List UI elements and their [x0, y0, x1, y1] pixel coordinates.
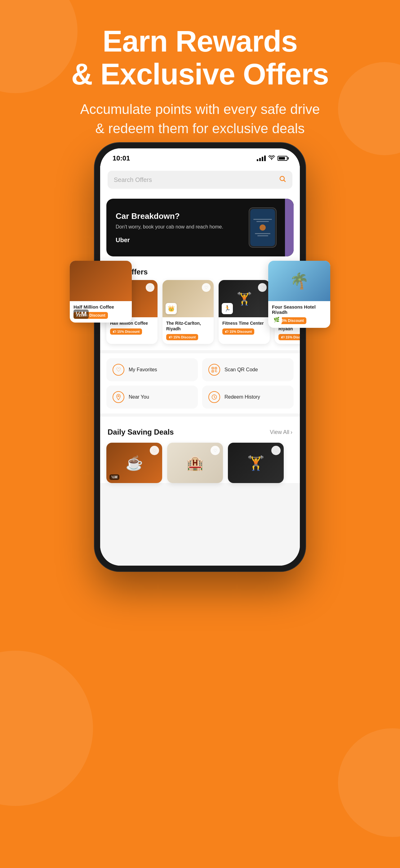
- deal-card-2-image: 🏨 ♡: [167, 443, 223, 483]
- offer-card-fitness-image: 🏋️ ♡ 🏃: [219, 280, 270, 317]
- quick-action-scan-qr[interactable]: Scan QR Code: [202, 358, 294, 381]
- offer-fitness-badge: 🏷 15% Discount: [222, 329, 254, 335]
- deal-card-3[interactable]: 🏋️ ♡: [228, 443, 284, 483]
- offer-card-ritz[interactable]: ♡ 👑 The Ritz-Carlton, Riyadh 🏷 15% Disco…: [163, 280, 214, 344]
- screen-content: Search Offers Car Breakdown?: [100, 166, 300, 566]
- offer-coffee-badge: 🏷 15% Discount: [110, 329, 142, 335]
- offer-card-fitness[interactable]: 🏋️ ♡ 🏃 Fitness Time Center 🏷 15% Discoun…: [219, 280, 270, 344]
- search-placeholder: Search Offers: [114, 176, 152, 183]
- svg-line-1: [284, 180, 285, 182]
- search-bar-container: Search Offers: [100, 166, 300, 194]
- redeem-history-icon: [208, 391, 220, 403]
- quick-action-redeem-history[interactable]: Redeem History: [202, 385, 294, 408]
- floating-card-coffee: ½M Half Million Coffee 🏷 15% Discount: [70, 261, 132, 322]
- banner-container: Car Breakdown? Don't worry, book your ca…: [100, 194, 300, 261]
- daily-deals-view-all[interactable]: View All ›: [270, 429, 292, 436]
- banner-description: Don't worry, book your cab now and reach…: [116, 223, 241, 230]
- daily-deals-header: Daily Saving Deals View All ›: [100, 422, 300, 440]
- banner-image: [241, 207, 284, 248]
- svg-rect-6: [215, 368, 216, 369]
- battery-icon: [277, 156, 288, 161]
- scan-qr-label: Scan QR Code: [225, 367, 258, 373]
- deal-3-heart[interactable]: ♡: [271, 446, 280, 455]
- phone-screen: 10:01: [100, 148, 300, 566]
- search-bar[interactable]: Search Offers: [108, 171, 292, 189]
- offer-card-ritz-image: ♡ 👑: [163, 280, 214, 317]
- scan-qr-icon: [208, 364, 220, 376]
- offer-ritz-logo: 👑: [166, 303, 177, 314]
- floating-card-coffee-name: Half Million Coffee: [73, 304, 128, 310]
- offer-fitness-logo: 🏃: [222, 303, 233, 314]
- banner-purple-accent: [285, 199, 294, 256]
- offer-coffee-heart[interactable]: ♡: [146, 283, 155, 292]
- floating-card-resort: 🌴 🌿 Four Seasons Hotel Riyadh 🏷 15% Disc…: [268, 261, 330, 328]
- offer-ritz-badge: 🏷 15% Discount: [166, 334, 198, 340]
- daily-deals-section: Daily Saving Deals View All › ☕ ♡ ½M: [100, 416, 300, 483]
- favorites-label: My Favorites: [129, 367, 157, 373]
- redeem-history-label: Redeem History: [225, 394, 260, 400]
- banner-text: Car Breakdown? Don't worry, book your ca…: [116, 211, 241, 244]
- svg-rect-7: [212, 371, 213, 372]
- floating-card-coffee-image: ½M: [70, 261, 132, 301]
- daily-deals-cards: ☕ ♡ ½M 🏨 ♡: [100, 440, 300, 483]
- signal-icon: [257, 156, 266, 161]
- search-icon[interactable]: [279, 175, 286, 184]
- deal-card-1[interactable]: ☕ ♡ ½M: [106, 443, 162, 483]
- uber-banner[interactable]: Car Breakdown? Don't worry, book your ca…: [106, 199, 294, 256]
- banner-title: Car Breakdown?: [116, 211, 241, 221]
- status-bar: 10:01: [100, 148, 300, 166]
- offer-fitness-heart[interactable]: ♡: [258, 283, 267, 292]
- status-time: 10:01: [112, 154, 130, 162]
- floating-card-resort-name: Four Seasons Hotel Riyadh: [272, 304, 327, 315]
- quick-actions-grid: ♡ My Favorites: [100, 353, 300, 413]
- deal-card-1-image: ☕ ♡ ½M: [106, 443, 162, 483]
- daily-deals-title: Daily Saving Deals: [108, 428, 174, 436]
- floating-card-resort-image: 🌴 🌿: [268, 261, 330, 301]
- svg-point-12: [118, 396, 119, 397]
- offer-fourseasons-badge: 🏷 15% Discount: [278, 334, 300, 340]
- deal-card-2[interactable]: 🏨 ♡: [167, 443, 223, 483]
- hero-subtitle: Accumulate points with every safe drive …: [0, 100, 400, 138]
- wifi-icon: [268, 155, 275, 162]
- phone-frame-wrapper: ½M Half Million Coffee 🏷 15% Discount 🌴 …: [95, 143, 305, 571]
- phone-frame: 10:01: [95, 143, 305, 571]
- near-you-icon: [112, 391, 124, 403]
- hero-section: Earn Rewards & Exclusive Offers Accumula…: [0, 0, 400, 156]
- offer-fitness-name: Fitness Time Center: [222, 320, 266, 326]
- hero-title: Earn Rewards & Exclusive Offers: [0, 25, 400, 90]
- offer-ritz-heart[interactable]: ♡: [202, 283, 210, 292]
- quick-action-favorites[interactable]: ♡ My Favorites: [106, 358, 198, 381]
- deal-1-heart[interactable]: ♡: [150, 446, 159, 455]
- svg-rect-5: [212, 368, 213, 369]
- near-you-label: Near You: [129, 394, 149, 400]
- favorites-icon: ♡: [112, 364, 124, 376]
- quick-action-near-you[interactable]: Near You: [106, 385, 198, 408]
- banner-phone-illustration: [249, 207, 276, 248]
- offer-ritz-name: The Ritz-Carlton, Riyadh: [166, 320, 210, 332]
- status-icons: [257, 155, 288, 162]
- deal-card-3-image: 🏋️ ♡: [228, 443, 284, 483]
- deal-2-heart[interactable]: ♡: [210, 446, 220, 455]
- banner-brand: Uber: [116, 237, 241, 244]
